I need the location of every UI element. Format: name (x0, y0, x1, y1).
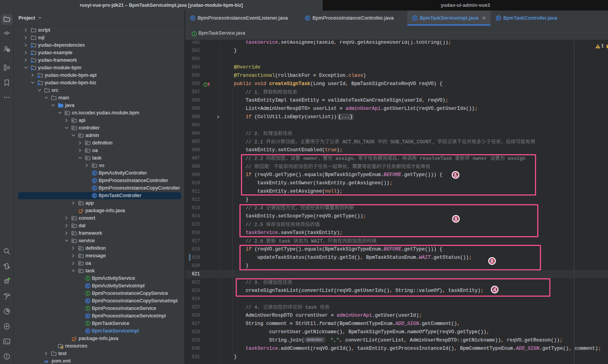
svg-text:// 4.: // 4. (245, 305, 263, 310)
svg-text:task: task (276, 238, 294, 244)
svg-text:I: I (87, 322, 88, 325)
svg-text:C: C (497, 16, 500, 20)
svg-text:// 2.6: // 2.6 (245, 238, 266, 244)
svg-text:C: C (87, 329, 89, 333)
svg-text:SUB_TASK_COUNT_: SUB_TASK_COUNT_ (387, 139, 437, 145)
svg-text:I: I (87, 306, 88, 310)
svg-text:I: I (205, 83, 207, 86)
svg-text:C: C (87, 314, 89, 318)
svg-text:ACT_RU_TASK: ACT_RU_TASK (340, 139, 378, 145)
svg-text:C: C (414, 16, 416, 20)
svg-text:// 1.: // 1. (245, 89, 263, 95)
svg-text:C: C (192, 16, 194, 20)
svg-text:3: 3 (491, 259, 493, 263)
svg-text:C: C (93, 171, 96, 175)
svg-text:m: m (44, 358, 48, 364)
svg-text:C: C (93, 179, 96, 182)
svg-text:// 2.: // 2. (245, 131, 263, 136)
svg-text:4: 4 (494, 287, 496, 292)
svg-text:C: C (93, 194, 96, 197)
svg-text:task: task (302, 305, 320, 310)
svg-text:I: I (87, 276, 88, 280)
svg-text:C: C (306, 16, 309, 20)
svg-text:2: 2 (455, 217, 457, 221)
svg-text:C: C (93, 186, 96, 190)
svg-text:1: 1 (454, 173, 457, 177)
svg-text:C: C (87, 284, 89, 288)
svg-text:I: I (87, 291, 88, 295)
svg-text:WAIT: WAIT (308, 238, 323, 244)
svg-text:C: C (87, 299, 89, 303)
svg-text:// 2.1: // 2.1 (245, 139, 266, 145)
svg-text:?: ? (8, 49, 9, 52)
svg-text:I: I (194, 32, 195, 36)
